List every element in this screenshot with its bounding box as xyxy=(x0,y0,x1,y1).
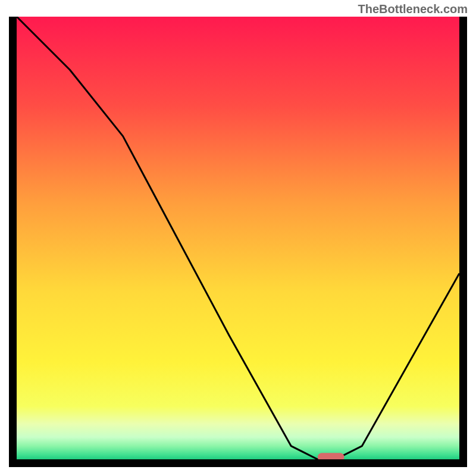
plot-area xyxy=(17,17,459,459)
watermark-text: TheBottleneck.com xyxy=(358,2,468,16)
chart-svg xyxy=(17,17,459,459)
optimal-marker xyxy=(318,453,345,459)
gradient-background xyxy=(17,17,459,459)
plot-frame xyxy=(9,17,467,467)
chart-container: TheBottleneck.com xyxy=(0,0,476,476)
